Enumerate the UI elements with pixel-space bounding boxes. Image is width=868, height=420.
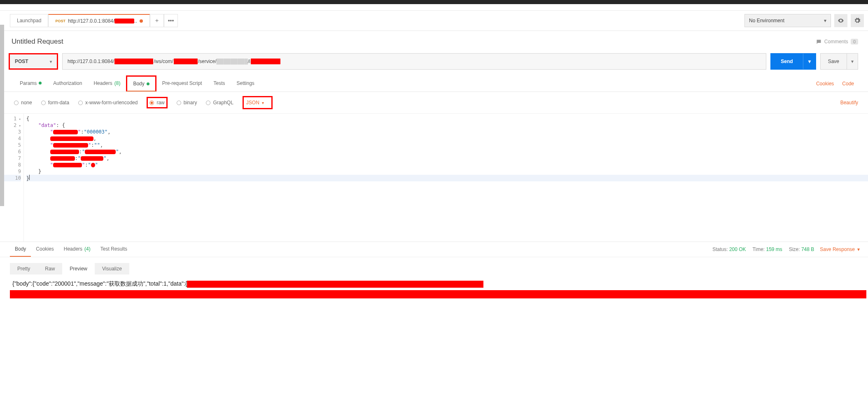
comments-button[interactable]: Comments 0 <box>816 39 858 45</box>
send-label: Send <box>771 59 803 64</box>
active-dot-icon <box>147 82 149 85</box>
body-format-select[interactable]: JSON▾ <box>243 96 273 109</box>
redaction-block <box>10 290 866 298</box>
response-body: {"body":{"code":"200001","message":"获取数据… <box>0 279 868 304</box>
gear-icon <box>854 17 861 24</box>
tab-body[interactable]: Body <box>126 75 156 92</box>
settings-button[interactable] <box>851 14 864 27</box>
tab-prerequest[interactable]: Pre-request Script <box>156 76 208 91</box>
body-graphql[interactable]: GraphQL <box>206 100 233 106</box>
save-response-button[interactable]: Save Response▾ <box>820 246 860 252</box>
caret-down-icon: ▾ <box>824 18 826 23</box>
beautify-button[interactable]: Beautify <box>840 100 858 106</box>
active-dot-icon <box>39 82 42 84</box>
tab-authorization[interactable]: Authorization <box>47 76 88 91</box>
tab-headers[interactable]: Headers(8) <box>88 76 126 91</box>
request-title[interactable]: Untitled Request <box>12 38 63 46</box>
tab-label: Launchpad <box>17 18 41 23</box>
request-tabs: Params Authorization Headers(8) Body Pre… <box>0 75 868 92</box>
caret-down-icon: ▾ <box>857 246 860 252</box>
comments-label: Comments <box>824 39 848 45</box>
code-link[interactable]: Code <box>838 77 858 91</box>
url-row: POST ▾ http://127.0.0.1:8084//ws/com//se… <box>0 53 868 75</box>
resp-view-preview[interactable]: Preview <box>62 263 95 275</box>
caret-down-icon: ▾ <box>262 101 264 105</box>
toolbar-strip <box>0 4 868 11</box>
body-type-row: none form-data x-www-form-urlencoded raw… <box>0 92 868 114</box>
send-button[interactable]: Send ▾ <box>770 53 816 70</box>
resp-tab-cookies[interactable]: Cookies <box>31 242 58 257</box>
method-value: POST <box>15 59 28 64</box>
body-editor[interactable]: 12345678910 { "data": { "":"000003", , "… <box>0 114 868 242</box>
body-formdata[interactable]: form-data <box>41 100 69 106</box>
response-tabs: Body Cookies Headers(4) Test Results Sta… <box>0 242 868 257</box>
tab-tests[interactable]: Tests <box>208 76 231 91</box>
tab-overflow-button[interactable]: ••• <box>164 14 178 27</box>
send-dropdown[interactable]: ▾ <box>803 59 816 64</box>
resp-tab-tests[interactable]: Test Results <box>96 242 132 257</box>
cookies-link[interactable]: Cookies <box>812 77 838 91</box>
resp-view-raw[interactable]: Raw <box>37 263 62 275</box>
new-tab-button[interactable]: ＋ <box>150 14 164 27</box>
tab-url: http://127.0.0.1:8084/.. <box>68 18 137 24</box>
comment-icon <box>816 39 822 45</box>
window-title-bar <box>0 0 868 4</box>
url-input[interactable]: http://127.0.0.1:8084//ws/com//service/█… <box>62 53 766 70</box>
resp-tab-body[interactable]: Body <box>10 242 31 257</box>
save-button[interactable]: Save ▾ <box>820 53 858 70</box>
tab-method: POST <box>55 19 65 23</box>
caret-down-icon: ▾ <box>50 59 52 64</box>
editor-code[interactable]: { "data": { "":"000003", , "":"", :"", :… <box>24 114 868 242</box>
tab-params[interactable]: Params <box>14 76 47 91</box>
environment-preview-button[interactable] <box>834 14 847 27</box>
body-urlencoded[interactable]: x-www-form-urlencoded <box>78 100 138 106</box>
redaction-block <box>187 281 483 288</box>
save-dropdown[interactable]: ▾ <box>847 59 858 64</box>
body-none[interactable]: none <box>14 100 32 106</box>
eye-icon <box>838 17 844 24</box>
tab-header: Launchpad POST http://127.0.0.1:8084/.. … <box>0 11 868 31</box>
unsaved-dot-icon <box>140 19 143 23</box>
resp-tab-headers[interactable]: Headers(4) <box>59 242 96 257</box>
response-view-tabs: Pretty Raw Preview Visualize <box>0 257 868 279</box>
tab-launchpad[interactable]: Launchpad <box>10 14 48 27</box>
environment-select[interactable]: No Environment ▾ <box>744 14 831 27</box>
tab-settings[interactable]: Settings <box>231 76 260 91</box>
response-meta: Status: 200 OK Time: 159 ms Size: 748 B <box>712 246 820 252</box>
body-raw[interactable]: raw <box>147 97 167 108</box>
resp-view-visualize[interactable]: Visualize <box>95 263 129 275</box>
body-binary[interactable]: binary <box>177 100 197 106</box>
request-title-row: Untitled Request Comments 0 <box>0 31 868 53</box>
sidebar-scroll-handle[interactable] <box>0 25 4 206</box>
method-select[interactable]: POST ▾ <box>9 53 58 70</box>
environment-label: No Environment <box>749 18 784 23</box>
tab-request[interactable]: POST http://127.0.0.1:8084/.. <box>48 14 150 27</box>
save-label: Save <box>821 59 847 64</box>
resp-view-pretty[interactable]: Pretty <box>10 263 37 275</box>
response-text: {"body":{"code":"200001","message":"获取数据… <box>12 280 187 287</box>
comments-count: 0 <box>851 39 858 45</box>
